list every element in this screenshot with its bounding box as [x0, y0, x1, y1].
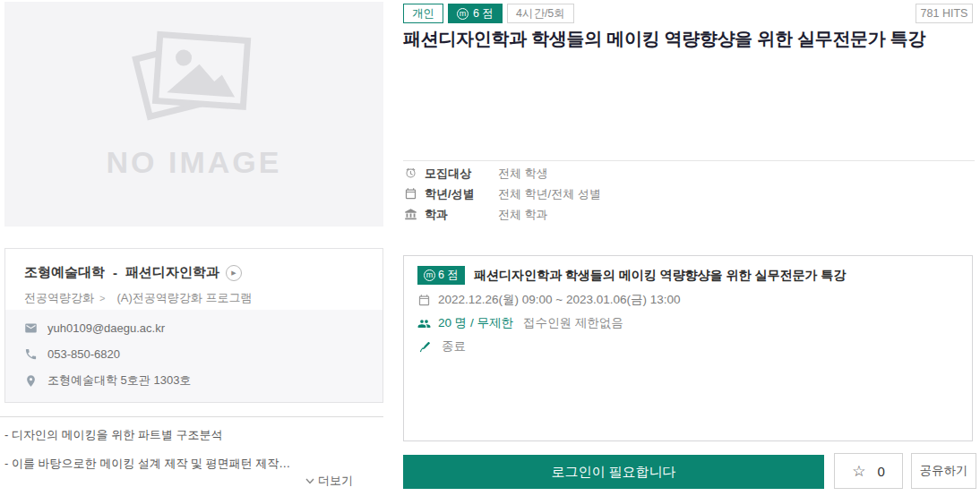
- schedule-title: 패션디자인학과 학생들의 메이킹 역량향샹을 위한 실무전문가 특강: [474, 268, 846, 284]
- department-card: 조형예술대학 - 패션디자인학과 ▶ 전공역량강화 > (A)전공역량강화 프로…: [4, 248, 383, 403]
- favorite-button[interactable]: ☆ 0: [834, 453, 903, 489]
- schedule-card: m 6 점 패션디자인학과 학생들의 메이킹 역량향샹을 위한 실무전문가 특강…: [403, 255, 973, 441]
- show-more-link[interactable]: 더보기: [305, 473, 353, 489]
- breadcrumb-separator: >: [99, 293, 105, 304]
- mileage-icon: m: [424, 269, 435, 281]
- contact-phone-value: 053-850-6820: [47, 347, 120, 361]
- schedule-points-label: 6 점: [438, 268, 459, 283]
- location-pin-icon: [24, 374, 38, 388]
- badge-points-label: 6 점: [473, 6, 494, 21]
- page-title: 패션디자인학과 학생들의 메이킹 역량향샹을 위한 실무전문가 특강: [403, 27, 980, 51]
- breadcrumb-category: 전공역량강화: [24, 290, 94, 306]
- department-name: 패션디자인학과: [125, 264, 219, 281]
- info-label: 학년/성별: [425, 186, 498, 202]
- schedule-date-row: 2022.12.26(월) 09:00 ~ 2023.01.06(금) 13:0…: [417, 292, 959, 308]
- calendar-icon: [417, 294, 432, 307]
- contact-address-value: 조형예술대학 5호관 1303호: [47, 372, 191, 389]
- university-building-icon: [404, 208, 418, 221]
- hits-label: 781 HITS: [921, 7, 968, 20]
- info-value: 전체 학생: [498, 166, 548, 182]
- badge-duration-label: 4시간/5회: [516, 6, 565, 21]
- calendar-icon: [404, 187, 418, 201]
- divider: [403, 160, 975, 161]
- share-label: 공유하기: [920, 463, 968, 479]
- info-label: 모집대상: [425, 166, 498, 182]
- description-line: - 디자인의 메이킹을 위한 파트별 구조분석: [4, 427, 222, 443]
- divider: [0, 416, 383, 417]
- info-label: 학과: [425, 207, 498, 223]
- chevron-down-icon: [305, 478, 314, 484]
- info-row-target: 모집대상 전체 학생: [404, 167, 601, 180]
- header-badges: 개인 m 6 점 4시간/5회: [403, 4, 574, 23]
- badge-personal: 개인: [403, 4, 443, 23]
- login-required-button[interactable]: 로그인이 필요합니다: [403, 455, 824, 489]
- no-image-text: NO IMAGE: [107, 145, 282, 180]
- info-value: 전체 학년/전체 성별: [498, 186, 601, 202]
- people-icon: [417, 317, 432, 330]
- share-button[interactable]: 공유하기: [911, 453, 976, 489]
- schedule-points-badge: m 6 점: [417, 266, 465, 285]
- schedule-status: 종료: [442, 338, 466, 355]
- badge-personal-label: 개인: [412, 6, 434, 21]
- favorite-count: 0: [877, 464, 884, 479]
- breadcrumb: 전공역량강화 > (A)전공역량강화 프로그램: [24, 290, 364, 306]
- show-more-label: 더보기: [318, 473, 353, 489]
- pen-icon: [417, 340, 432, 354]
- phone-icon: [24, 347, 38, 361]
- college-name: 조형예술대학: [24, 264, 105, 281]
- star-icon: ☆: [852, 464, 865, 479]
- mileage-icon: m: [457, 8, 469, 20]
- info-row-grade-gender: 학년/성별 전체 학년/전체 성별: [404, 187, 601, 201]
- contact-phone: 053-850-6820: [24, 347, 364, 361]
- contact-email-value: yuh0109@daegu.ac.kr: [47, 321, 165, 335]
- target-info-rows: 모집대상 전체 학생 학년/성별 전체 학년/전체 성별 학과 전체 학과: [404, 167, 601, 221]
- mail-icon: [24, 321, 38, 335]
- schedule-date: 2022.12.26(월) 09:00 ~ 2023.01.06(금) 13:0…: [438, 292, 681, 308]
- play-icon[interactable]: ▶: [226, 265, 242, 281]
- department-title: 조형예술대학 - 패션디자인학과 ▶: [24, 264, 364, 281]
- alarm-clock-icon: [404, 167, 418, 180]
- info-value: 전체 학과: [498, 207, 548, 223]
- title-separator: -: [113, 265, 117, 280]
- no-image-icon: [127, 27, 262, 125]
- breadcrumb-program: (A)전공역량강화 프로그램: [116, 290, 252, 306]
- schedule-capacity-row: 20 명 / 무제한 접수인원 제한없음: [417, 315, 959, 331]
- contact-address: 조형예술대학 5호관 1303호: [24, 372, 364, 389]
- hits-badge: 781 HITS: [916, 4, 973, 23]
- schedule-capacity: 20 명 / 무제한: [438, 315, 513, 331]
- program-image-placeholder: NO IMAGE: [4, 2, 383, 227]
- badge-points: m 6 점: [448, 4, 503, 23]
- contact-box: yuh0109@daegu.ac.kr 053-850-6820 조형예술대학 …: [5, 310, 383, 402]
- program-detail-page: NO IMAGE 개인 m 6 점 4시간/5회 781 HITS 패션디자인학…: [0, 0, 980, 496]
- description-line: - 이를 바탕으로한 메이킹 설계 제작 및 평면패턴 제작…: [4, 456, 290, 472]
- schedule-status-row: 종료: [417, 338, 959, 355]
- schedule-capacity-note: 접수인원 제한없음: [523, 315, 623, 331]
- info-row-department: 학과 전체 학과: [404, 208, 601, 221]
- badge-duration: 4시간/5회: [507, 4, 574, 23]
- contact-email: yuh0109@daegu.ac.kr: [24, 321, 364, 335]
- login-required-label: 로그인이 필요합니다: [551, 464, 675, 481]
